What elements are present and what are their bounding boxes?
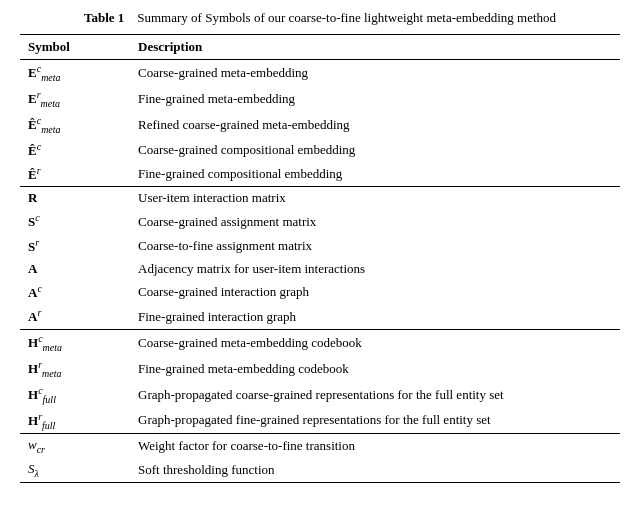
table-row: SλSoft thresholding function <box>20 458 620 482</box>
description-cell: Refined coarse-grained meta-embedding <box>130 112 620 138</box>
symbol-cell: Êcmeta <box>20 112 130 138</box>
table-row: RUser-item interaction matrix <box>20 187 620 210</box>
table-row: ÊrFine-grained compositional embedding <box>20 162 620 187</box>
symbol-cell: wcr <box>20 434 130 458</box>
symbol-cell: Sλ <box>20 458 130 482</box>
description-cell: Coarse-grained meta-embedding <box>130 60 620 86</box>
header-description: Description <box>130 35 620 60</box>
table-row: HcmetaCoarse-grained meta-embedding code… <box>20 329 620 355</box>
description-cell: User-item interaction matrix <box>130 187 620 210</box>
table-label: Table 1 <box>84 10 124 25</box>
description-cell: Graph-propagated fine-grained representa… <box>130 408 620 434</box>
description-cell: Coarse-to-fine assignment matrix <box>130 234 620 258</box>
symbol-cell: A <box>20 258 130 280</box>
table-row: AcCoarse-grained interaction graph <box>20 280 620 304</box>
description-cell: Fine-grained interaction graph <box>130 304 620 329</box>
table-row: ArFine-grained interaction graph <box>20 304 620 329</box>
table-row: wcrWeight factor for coarse-to-fine tran… <box>20 434 620 458</box>
symbol-cell: Ermeta <box>20 86 130 112</box>
symbol-cell: Ac <box>20 280 130 304</box>
description-cell: Graph-propagated coarse-grained represen… <box>130 382 620 408</box>
description-cell: Fine-grained meta-embedding <box>130 86 620 112</box>
symbol-cell: Êc <box>20 138 130 162</box>
symbol-cell: Sr <box>20 234 130 258</box>
description-cell: Coarse-grained compositional embedding <box>130 138 620 162</box>
description-cell: Fine-grained meta-embedding codebook <box>130 356 620 382</box>
description-cell: Weight factor for coarse-to-fine transit… <box>130 434 620 458</box>
table-caption: Table 1 Summary of Symbols of our coarse… <box>20 10 620 26</box>
description-cell: Soft thresholding function <box>130 458 620 482</box>
table-row: ScCoarse-grained assignment matrix <box>20 209 620 233</box>
description-cell: Coarse-grained interaction graph <box>130 280 620 304</box>
symbol-cell: Hrfull <box>20 408 130 434</box>
description-cell: Adjacency matrix for user-item interacti… <box>130 258 620 280</box>
table-row: SrCoarse-to-fine assignment matrix <box>20 234 620 258</box>
table-row: HrmetaFine-grained meta-embedding codebo… <box>20 356 620 382</box>
symbol-cell: R <box>20 187 130 210</box>
symbol-cell: Sc <box>20 209 130 233</box>
description-cell: Coarse-grained meta-embedding codebook <box>130 329 620 355</box>
table-header-row: Symbol Description <box>20 35 620 60</box>
table-row: HrfullGraph-propagated fine-grained repr… <box>20 408 620 434</box>
symbol-cell: Ar <box>20 304 130 329</box>
table-row: ÊcCoarse-grained compositional embedding <box>20 138 620 162</box>
symbol-cell: Êr <box>20 162 130 187</box>
table-row: EcmetaCoarse-grained meta-embedding <box>20 60 620 86</box>
symbol-cell: Hrmeta <box>20 356 130 382</box>
table-row: AAdjacency matrix for user-item interact… <box>20 258 620 280</box>
header-symbol: Symbol <box>20 35 130 60</box>
description-cell: Coarse-grained assignment matrix <box>130 209 620 233</box>
symbol-cell: Hcmeta <box>20 329 130 355</box>
caption-text: Summary of Symbols of our coarse-to-fine… <box>137 10 556 25</box>
table-row: ErmetaFine-grained meta-embedding <box>20 86 620 112</box>
symbol-cell: Hcfull <box>20 382 130 408</box>
symbols-table: Symbol Description EcmetaCoarse-grained … <box>20 34 620 483</box>
symbol-cell: Ecmeta <box>20 60 130 86</box>
table-row: ÊcmetaRefined coarse-grained meta-embedd… <box>20 112 620 138</box>
table-row: HcfullGraph-propagated coarse-grained re… <box>20 382 620 408</box>
description-cell: Fine-grained compositional embedding <box>130 162 620 187</box>
